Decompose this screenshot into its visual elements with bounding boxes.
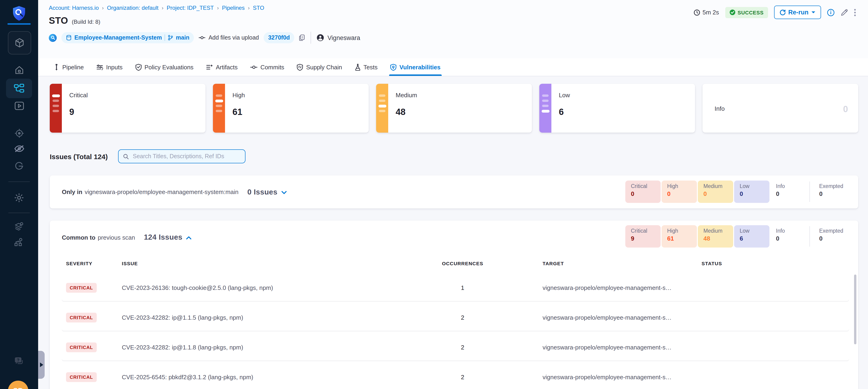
col-header-severity: SEVERITY [62,260,122,266]
col-header-target: TARGET [516,260,693,266]
pill-high: High61 [661,225,697,248]
pill-medium: Medium48 [698,225,733,248]
repo-name: Employee-Management-System [74,34,162,41]
pill-divider [809,226,810,247]
nav-targets-icon[interactable] [0,129,38,138]
trigger-author: Vigneswara [317,34,360,41]
nav-divider [8,182,30,182]
chevron-up-icon[interactable] [186,236,192,240]
breadcrumb-pipeline-name[interactable]: STO [253,5,264,11]
group-issue-count: 0 Issues [247,188,278,196]
issues-search-box[interactable] [118,149,246,163]
duration: 5m 2s [694,9,719,16]
table-row[interactable]: CRITICAL CVE-2025-6545: pbkdf2@3.1.2 (la… [62,364,849,389]
svg-text:?: ? [17,358,20,362]
severity-gauge-high [213,84,225,133]
sto-shield-logo-icon[interactable] [0,6,38,21]
caret-down-icon [811,11,815,14]
issues-table-body: CRITICAL CVE-2023-26136: tough-cookie@2.… [62,275,849,389]
severity-badge: CRITICAL [66,313,97,323]
tab-policy-evaluations[interactable]: Policy Evaluations [135,58,193,76]
breadcrumb-account[interactable]: Account: Harness.io [49,5,99,11]
repository-icon [66,35,71,40]
tab-artifacts[interactable]: Artifacts [206,58,238,76]
tab-pipeline[interactable]: Pipeline [54,58,84,76]
tab-vulnerabilities[interactable]: Vulnerabilities [390,58,440,76]
table-row[interactable]: CRITICAL CVE-2023-42282: ip@1.1.5 (lang-… [62,304,849,331]
issues-table-header: SEVERITY ISSUE OCCURRENCES TARGET STATUS [62,260,849,266]
group-common-to: Common to previous scan 124 Issues Criti… [50,221,858,389]
tab-tests[interactable]: Tests [355,58,378,76]
nav-project-layers-icon[interactable] [0,222,38,231]
severity-gauge-medium [376,84,388,133]
tab-supply-chain[interactable]: Supply Chain [297,58,342,76]
severity-card-value: 48 [396,107,405,117]
tab-inputs[interactable]: Inputs [96,58,123,76]
nav-settings-gear-icon[interactable] [0,193,38,203]
occurrences-count: 2 [409,373,516,381]
col-header-status: STATUS [693,260,849,266]
commit-sha-pill[interactable]: 3270f0d [264,32,294,43]
help-chat-icon[interactable]: ? [0,356,38,367]
tests-flask-icon [355,63,361,71]
kebab-menu-icon[interactable] [854,9,856,16]
info-icon[interactable] [827,9,835,16]
repo-branch-pill[interactable]: Employee-Management-System main [61,32,194,43]
artifacts-icon [206,64,213,70]
search-icon [123,153,129,159]
breadcrumb-pipelines[interactable]: Pipelines [222,5,245,11]
issue-title: CVE-2023-42282: ip@1.1.8 (lang-pkgs, npm… [122,344,409,351]
severity-card-label: Info [715,105,724,112]
severity-badge: CRITICAL [66,372,97,382]
rerun-button[interactable]: Re-run [774,6,821,19]
nav-exit-module-icon[interactable] [0,162,38,171]
scm-info-row: Employee-Management-System main Add file… [49,32,868,44]
pill-critical: Critical9 [625,225,661,248]
tab-commits[interactable]: Commits [250,58,284,76]
issue-title: CVE-2023-26136: tough-cookie@2.5.0 (lang… [122,284,409,291]
breadcrumb-project[interactable]: Project: IDP_TEST [167,5,214,11]
left-nav-sidebar: ? SD [0,0,38,389]
severity-badge: CRITICAL [66,342,97,352]
pill-exempted: Exempted0 [814,225,849,248]
chevron-down-icon[interactable] [281,191,287,194]
table-row[interactable]: CRITICAL CVE-2023-26136: tough-cookie@2.… [62,275,849,301]
sidebar-expand-handle[interactable] [38,351,44,379]
module-cube-button[interactable] [8,31,31,54]
nav-eye-off-icon[interactable] [0,145,38,152]
severity-card-value: 6 [559,107,564,117]
commit-sha: 3270f0d [268,34,290,41]
group-severity-pills: Critical9 High61 Medium48 Low6 Info0 Exe… [624,225,849,248]
group-scope: previous scan [98,234,135,241]
nav-home-icon[interactable] [0,65,38,75]
nav-account-org-icon[interactable] [0,238,38,247]
shield-check-icon [135,63,142,71]
group-scope: vigneswara-propelo/employee-management-s… [85,189,239,195]
severity-card-critical: Critical 9 [50,84,206,133]
scm-provider-icon [49,34,57,41]
table-scrollbar-thumb[interactable] [854,275,857,344]
search-input[interactable] [132,152,240,160]
nav-pipelines-active[interactable] [6,79,32,98]
edit-pencil-icon[interactable] [841,9,848,16]
nav-executions-icon[interactable] [0,102,38,110]
pill-divider [165,34,165,41]
group-prefix: Only in [62,189,82,195]
severity-gauge-low [539,84,551,133]
severity-card-medium: Medium 48 [376,84,532,133]
nav-active-module-indicator [7,23,31,25]
breadcrumb-separator: › [248,5,249,11]
target-name: vigneswara-propelo/employee-management-s… [516,284,693,291]
copy-icon[interactable] [299,34,305,41]
breadcrumb-organization[interactable]: Organization: default [107,5,158,11]
pill-low: Low6 [734,225,769,248]
user-avatar[interactable]: SD [8,381,28,389]
severity-card-value: 0 [843,104,848,114]
table-row[interactable]: CRITICAL CVE-2023-42282: ip@1.1.8 (lang-… [62,334,849,361]
user-initials: SD [13,387,23,389]
pill-low: Low0 [734,180,769,203]
pill-high: High0 [661,180,697,203]
page-title: STO [49,16,68,26]
pill-info: Info0 [770,180,806,203]
group-severity-pills: Critical0 High0 Medium0 Low0 Info0 Exemp… [624,180,849,203]
